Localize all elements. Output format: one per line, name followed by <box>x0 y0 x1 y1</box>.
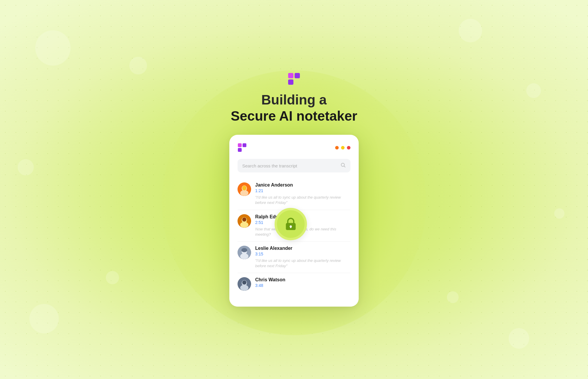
leslie-name: Leslie Alexander <box>255 246 350 251</box>
card-header <box>238 143 350 152</box>
logo-container <box>288 72 300 87</box>
svg-point-11 <box>242 186 246 190</box>
svg-rect-18 <box>290 226 291 228</box>
heading-line2: Secure AI notetaker <box>231 108 357 124</box>
dot-red <box>347 146 350 149</box>
svg-line-7 <box>344 166 345 167</box>
conv-item-janice[interactable]: Janice Anderson 1:21 "I'd like us all to… <box>238 178 350 210</box>
chris-time: 3:48 <box>255 283 350 288</box>
content-wrapper: Building a Secure AI notetaker Search ac… <box>229 72 359 307</box>
conv-content-leslie: Leslie Alexander 3:15 "I'd like us all t… <box>255 246 350 269</box>
leslie-time: 3:15 <box>255 252 350 256</box>
svg-rect-1 <box>295 73 300 78</box>
lock-icon <box>284 217 298 231</box>
conv-content-chris: Chris Watson 3:48 <box>255 277 350 291</box>
avatar-ralph <box>238 214 251 228</box>
svg-rect-5 <box>238 148 242 152</box>
svg-rect-0 <box>288 73 293 78</box>
avatar-janice <box>238 182 251 196</box>
svg-point-25 <box>240 285 248 291</box>
card-bottom-fade <box>229 295 359 307</box>
avatar-leslie <box>238 246 251 259</box>
svg-rect-2 <box>288 79 293 85</box>
search-icon <box>340 162 346 169</box>
conv-item-leslie[interactable]: Leslie Alexander 3:15 "I'd like us all t… <box>238 242 350 273</box>
search-placeholder-text: Search across the transcript <box>242 163 338 168</box>
svg-point-14 <box>240 222 248 228</box>
conv-item-ralph[interactable]: Ralph Edwards 2:51 Now that we've set th… <box>238 210 350 242</box>
card-logo-icon <box>238 143 247 152</box>
janice-name: Janice Anderson <box>255 182 350 188</box>
svg-point-10 <box>240 190 248 196</box>
chris-name: Chris Watson <box>255 277 350 282</box>
dot-yellow <box>341 146 345 149</box>
svg-point-15 <box>242 217 246 222</box>
taskade-logo-icon <box>288 72 300 85</box>
heading-line1: Building a <box>231 92 357 108</box>
svg-point-21 <box>240 253 248 259</box>
lock-overlay <box>275 208 307 240</box>
svg-rect-3 <box>238 143 242 147</box>
leslie-text: "I'd like us all to sync up about the qu… <box>255 258 350 269</box>
avatar-chris <box>238 277 251 291</box>
heading-block: Building a Secure AI notetaker <box>231 92 357 124</box>
svg-point-22 <box>241 248 247 252</box>
search-bar[interactable]: Search across the transcript <box>238 159 350 172</box>
svg-rect-4 <box>243 143 246 147</box>
conversation-list: Janice Anderson 1:21 "I'd like us all to… <box>238 178 350 295</box>
janice-text: "I'd like us all to sync up about the qu… <box>255 195 350 205</box>
janice-time: 1:21 <box>255 188 350 193</box>
svg-point-26 <box>242 280 246 285</box>
dot-orange <box>335 146 339 149</box>
traffic-lights <box>335 146 350 149</box>
app-card: Search across the transcript <box>229 135 359 307</box>
conv-item-chris[interactable]: Chris Watson 3:48 <box>238 273 350 295</box>
conv-content-janice: Janice Anderson 1:21 "I'd like us all to… <box>255 182 350 205</box>
